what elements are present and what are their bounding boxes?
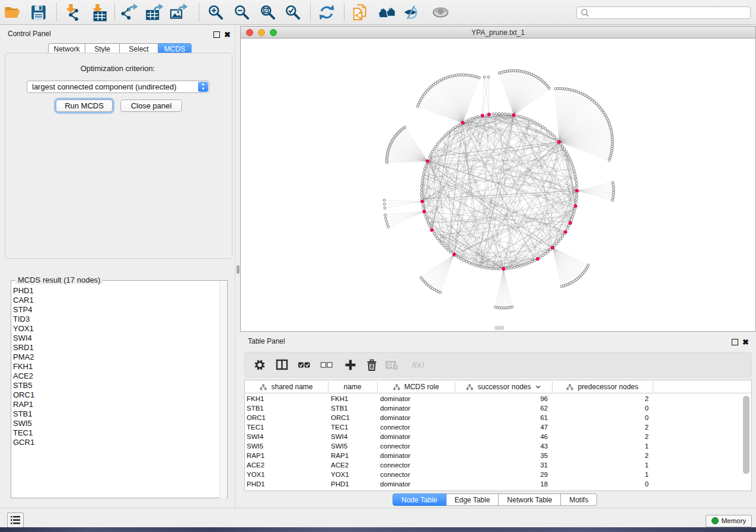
float-table-panel-icon[interactable] bbox=[732, 339, 738, 345]
mcds-result-item[interactable]: YOX1 bbox=[13, 324, 34, 334]
table-cell[interactable]: connector bbox=[380, 422, 455, 432]
table-cell[interactable]: SWI5 bbox=[247, 441, 328, 451]
mcds-result-item[interactable]: FKH1 bbox=[13, 362, 34, 371]
export-image-icon[interactable] bbox=[170, 4, 188, 21]
table-cell[interactable]: ORC1 bbox=[247, 413, 328, 422]
mcds-result-item[interactable]: TID3 bbox=[13, 315, 34, 324]
table-vscrollbar[interactable] bbox=[743, 396, 749, 474]
table-cell[interactable]: RAP1 bbox=[331, 451, 377, 460]
network-hscrollbar[interactable] bbox=[495, 326, 504, 330]
table-cell[interactable]: dominator bbox=[380, 413, 455, 422]
table-cell[interactable]: STB1 bbox=[331, 403, 377, 413]
table-cell[interactable]: dominator bbox=[380, 394, 455, 403]
mcds-result-item[interactable]: SWI4 bbox=[13, 334, 34, 343]
table-cell[interactable]: 0 bbox=[552, 403, 649, 413]
table-cell[interactable]: FKH1 bbox=[331, 394, 377, 403]
close-panel-button[interactable]: Close panel bbox=[120, 100, 182, 112]
table-cell[interactable]: 43 bbox=[455, 441, 548, 451]
mcds-result-item[interactable]: SWI5 bbox=[13, 419, 34, 428]
table-cell[interactable]: TEC1 bbox=[331, 422, 377, 432]
mcds-result-item[interactable]: CAR1 bbox=[13, 296, 34, 305]
checkbox-on-icon[interactable] bbox=[298, 358, 311, 371]
table-cell[interactable]: ORC1 bbox=[331, 413, 377, 422]
table-cell[interactable]: RAP1 bbox=[247, 451, 328, 460]
task-history-button[interactable] bbox=[7, 512, 24, 528]
mcds-result-item[interactable]: TEC1 bbox=[13, 428, 34, 438]
table-cell[interactable]: ACE2 bbox=[331, 460, 377, 470]
copy-document-icon[interactable] bbox=[352, 4, 369, 21]
group-houses-icon[interactable] bbox=[378, 4, 396, 21]
search-input[interactable] bbox=[576, 7, 751, 19]
table-cell[interactable]: 18 bbox=[455, 479, 548, 489]
save-icon[interactable] bbox=[30, 4, 47, 21]
checkbox-off-icon[interactable] bbox=[320, 358, 333, 371]
network-graph[interactable] bbox=[241, 39, 755, 331]
table-cell[interactable]: 2 bbox=[552, 394, 649, 403]
tab-node-table[interactable]: Node Table bbox=[393, 493, 446, 506]
table-cell[interactable]: 29 bbox=[455, 470, 548, 479]
mcds-result-item[interactable]: STB1 bbox=[13, 409, 34, 419]
table-cell[interactable]: 62 bbox=[455, 403, 548, 413]
mcds-result-item[interactable]: ORC1 bbox=[13, 390, 34, 400]
mcds-result-item[interactable]: GCR1 bbox=[13, 438, 34, 447]
table-cell[interactable]: FKH1 bbox=[247, 394, 328, 403]
column-separator[interactable] bbox=[653, 382, 653, 392]
mcds-result-item[interactable]: ACE2 bbox=[13, 371, 34, 381]
mcds-result-item[interactable]: PHD1 bbox=[13, 286, 34, 296]
export-network-icon[interactable] bbox=[120, 4, 138, 21]
table-cell[interactable]: dominator bbox=[380, 451, 455, 460]
mcds-result-item[interactable]: SRD1 bbox=[13, 343, 34, 352]
mcds-result-item[interactable]: STP4 bbox=[13, 305, 34, 315]
table-cell[interactable]: 47 bbox=[455, 422, 548, 432]
run-mcds-button[interactable]: Run MCDS bbox=[56, 100, 113, 112]
refresh-icon[interactable] bbox=[318, 4, 336, 21]
split-view-icon[interactable] bbox=[276, 358, 289, 371]
add-column-icon[interactable] bbox=[344, 358, 357, 371]
table-cell[interactable]: YOX1 bbox=[247, 470, 328, 479]
table-cell[interactable]: 2 bbox=[552, 432, 649, 441]
table-cell[interactable]: SWI5 bbox=[331, 441, 377, 451]
table-cell[interactable]: connector bbox=[380, 441, 455, 451]
table-cell[interactable]: 31 bbox=[455, 460, 548, 470]
table-cell[interactable]: 96 bbox=[455, 394, 548, 403]
import-table-icon[interactable] bbox=[90, 4, 107, 21]
table-cell[interactable]: YOX1 bbox=[331, 470, 377, 479]
splitter-handle[interactable] bbox=[237, 265, 240, 274]
table-cell[interactable]: TEC1 bbox=[247, 422, 328, 432]
table-cell[interactable]: 2 bbox=[552, 451, 649, 460]
hide-eye-icon[interactable] bbox=[402, 4, 420, 21]
table-cell[interactable]: connector bbox=[380, 460, 455, 470]
table-cell[interactable]: 46 bbox=[455, 432, 548, 441]
zoom-selected-icon[interactable] bbox=[284, 4, 302, 21]
export-table-icon[interactable] bbox=[146, 4, 164, 21]
table-cell[interactable]: 61 bbox=[455, 413, 548, 422]
column-header-name[interactable]: name bbox=[328, 380, 377, 393]
close-table-panel-icon[interactable]: ✖ bbox=[742, 338, 749, 347]
open-file-icon[interactable] bbox=[4, 4, 21, 21]
mcds-result-item[interactable]: STB5 bbox=[13, 381, 34, 390]
zoom-out-icon[interactable] bbox=[233, 4, 251, 21]
table-cell[interactable]: connector bbox=[380, 470, 455, 479]
table-cell[interactable]: 0 bbox=[552, 413, 649, 422]
show-eye-icon[interactable] bbox=[432, 4, 449, 21]
optimization-criterion-dropdown[interactable]: largest connected component (undirected)… bbox=[27, 81, 209, 93]
column-header-shared-name[interactable]: shared name bbox=[245, 380, 328, 393]
column-header-successor-nodes[interactable]: successor nodes bbox=[455, 380, 552, 393]
table-cell[interactable]: 1 bbox=[552, 470, 649, 479]
table-cell[interactable]: dominator bbox=[380, 432, 455, 441]
close-panel-icon[interactable]: ✖ bbox=[224, 30, 231, 39]
table-cell[interactable]: STB1 bbox=[247, 403, 328, 413]
table-cell[interactable]: ACE2 bbox=[247, 460, 328, 470]
table-cell[interactable]: 35 bbox=[455, 451, 548, 460]
tab-motifs[interactable]: Motifs bbox=[561, 493, 597, 506]
table-cell[interactable]: PHD1 bbox=[331, 479, 377, 489]
table-cell[interactable]: dominator bbox=[380, 403, 455, 413]
table-cell[interactable]: 0 bbox=[552, 479, 649, 489]
zoom-in-icon[interactable] bbox=[207, 4, 225, 21]
delete-trash-icon[interactable] bbox=[365, 358, 378, 371]
mcds-result-item[interactable]: PMA2 bbox=[13, 352, 34, 362]
import-network-icon[interactable] bbox=[63, 4, 81, 21]
zoom-fit-icon[interactable] bbox=[259, 4, 277, 21]
table-cell[interactable]: SWI4 bbox=[247, 432, 328, 441]
tab-network-table[interactable]: Network Table bbox=[499, 493, 561, 506]
